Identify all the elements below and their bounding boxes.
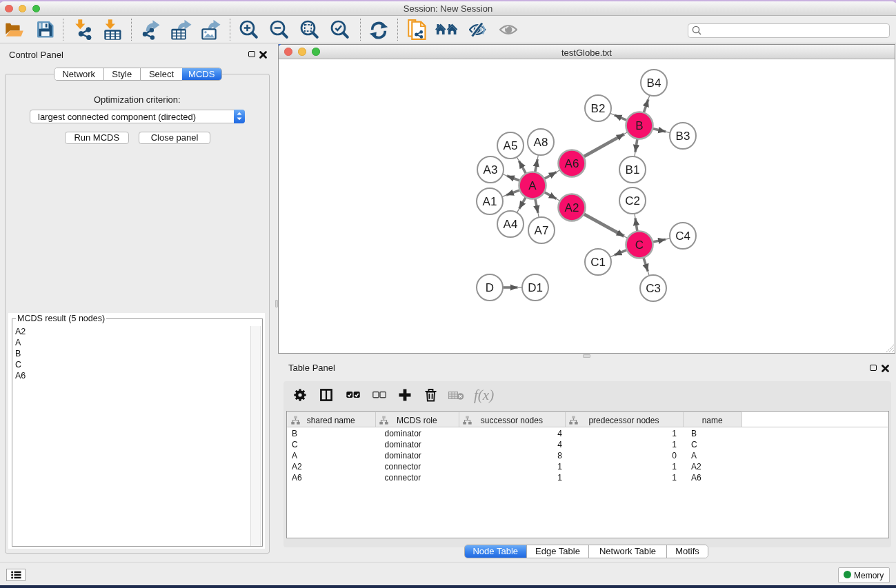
svg-text:A1: A1 (483, 195, 497, 208)
svg-text:A: A (528, 179, 537, 192)
svg-text:B: B (635, 119, 643, 132)
svg-text:C4: C4 (675, 230, 690, 243)
svg-text:B4: B4 (647, 77, 661, 90)
svg-text:A5: A5 (504, 139, 518, 152)
svg-text:A2: A2 (565, 201, 579, 214)
svg-text:D1: D1 (528, 281, 543, 294)
svg-text:B2: B2 (591, 102, 606, 115)
svg-text:A3: A3 (484, 163, 498, 176)
svg-text:A8: A8 (534, 136, 548, 149)
svg-text:C: C (635, 239, 644, 252)
svg-text:C2: C2 (625, 194, 640, 207)
svg-text:A4: A4 (504, 218, 518, 231)
svg-text:B3: B3 (676, 130, 690, 143)
svg-text:A7: A7 (535, 224, 549, 237)
svg-text:A6: A6 (565, 157, 579, 170)
svg-text:B1: B1 (626, 163, 640, 176)
svg-text:C1: C1 (590, 256, 606, 269)
svg-text:C3: C3 (646, 282, 661, 295)
svg-text:D: D (486, 281, 494, 294)
